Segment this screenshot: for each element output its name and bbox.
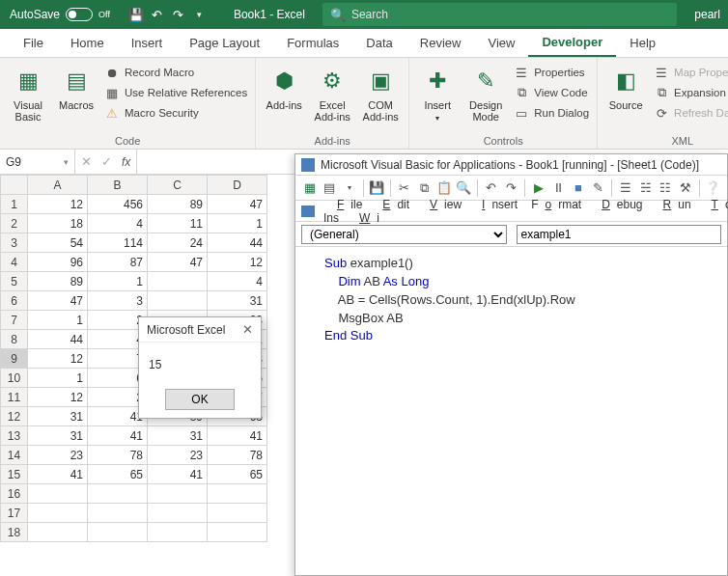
addins-button[interactable]: ⬢Add-ins [262, 62, 306, 111]
account-name[interactable]: pearl [686, 8, 728, 21]
cell[interactable] [88, 484, 148, 504]
cell[interactable]: 78 [88, 446, 148, 465]
cell[interactable]: 44 [28, 330, 88, 349]
cell[interactable]: 41 [28, 465, 88, 484]
autosave-toggle[interactable]: AutoSave Off [0, 8, 120, 21]
vba-menu-view[interactable]: View [416, 196, 468, 213]
cell[interactable] [28, 523, 88, 542]
cell[interactable]: 31 [28, 426, 88, 446]
cell[interactable] [88, 504, 148, 523]
col-header-D[interactable]: D [208, 176, 267, 195]
vba-title-bar[interactable]: Microsoft Visual Basic for Applications … [295, 154, 727, 176]
use-relative-refs-button[interactable]: ▦Use Relative References [102, 84, 249, 101]
cancel-formula-icon[interactable]: ✕ [81, 154, 92, 169]
vba-project-icon[interactable]: ▤ [322, 178, 339, 198]
row-header-2[interactable]: 2 [1, 214, 28, 233]
cell[interactable]: 87 [88, 253, 148, 272]
row-header-6[interactable]: 6 [1, 291, 28, 311]
copy-icon[interactable]: ⧉ [416, 178, 434, 198]
tab-page-layout[interactable]: Page Layout [176, 29, 273, 57]
cell[interactable] [148, 272, 208, 291]
enter-formula-icon[interactable]: ✓ [101, 154, 112, 169]
row-header-15[interactable]: 15 [1, 465, 28, 484]
cell[interactable]: 89 [148, 195, 208, 214]
tab-formulas[interactable]: Formulas [273, 29, 352, 57]
col-header-B[interactable]: B [88, 176, 148, 195]
cell[interactable] [148, 523, 208, 542]
tab-data[interactable]: Data [352, 29, 406, 57]
cell[interactable]: 1 [28, 311, 88, 330]
redo-icon[interactable]: ↷ [170, 6, 187, 23]
row-header-14[interactable]: 14 [1, 446, 28, 465]
visual-basic-button[interactable]: ▦ Visual Basic [6, 62, 50, 123]
find-icon[interactable]: 🔍 [456, 178, 473, 198]
cell[interactable]: 12 [28, 388, 88, 407]
tab-file[interactable]: File [10, 29, 57, 57]
cell[interactable]: 47 [208, 195, 267, 214]
source-button[interactable]: ◧Source [603, 62, 648, 111]
qat-customize-icon[interactable]: ▾ [191, 6, 209, 23]
row-header-13[interactable]: 13 [1, 426, 28, 446]
chevron-down-icon[interactable]: ▾ [341, 178, 358, 198]
row-header-4[interactable]: 4 [1, 253, 28, 272]
cell[interactable]: 114 [88, 233, 148, 253]
cell[interactable]: 4 [208, 272, 267, 291]
cell[interactable]: 65 [208, 465, 267, 484]
cell[interactable] [28, 504, 88, 523]
project-explorer-icon[interactable]: ☰ [617, 178, 634, 198]
col-header-C[interactable]: C [148, 176, 208, 195]
object-browser-icon[interactable]: ☷ [657, 178, 674, 198]
properties-button[interactable]: ☰Properties [512, 64, 591, 81]
help-icon[interactable]: ❔ [704, 178, 721, 198]
undo-icon[interactable]: ↶ [483, 178, 500, 198]
cell[interactable]: 31 [28, 407, 88, 426]
cell[interactable]: 3 [88, 291, 148, 311]
com-addins-button[interactable]: ▣COM Add-ins [358, 62, 403, 123]
tab-insert[interactable]: Insert [118, 29, 177, 57]
cell[interactable] [148, 484, 208, 504]
redo-icon[interactable]: ↷ [503, 178, 520, 198]
row-header-12[interactable]: 12 [1, 407, 28, 426]
cell[interactable]: 1 [28, 369, 88, 388]
cell[interactable]: 456 [88, 195, 148, 214]
cell[interactable] [28, 484, 88, 504]
run-icon[interactable]: ▶ [530, 178, 547, 198]
design-mode-button[interactable]: ✎Design Mode [463, 62, 508, 123]
run-dialog-button[interactable]: ▭Run Dialog [512, 104, 591, 122]
vba-menu-run[interactable]: Run [650, 196, 698, 213]
row-header-3[interactable]: 3 [1, 233, 28, 253]
msgbox-title-bar[interactable]: Microsoft Excel ✕ [139, 317, 261, 343]
name-box[interactable]: G9 ▾ [0, 150, 75, 174]
row-header-5[interactable]: 5 [1, 272, 28, 291]
row-header-7[interactable]: 7 [1, 311, 28, 330]
vba-excel-icon[interactable]: ▦ [301, 178, 319, 198]
row-header-18[interactable]: 18 [1, 523, 28, 542]
row-header-10[interactable]: 10 [1, 369, 28, 388]
properties-icon[interactable]: ☵ [637, 178, 655, 198]
cell[interactable]: 23 [148, 446, 208, 465]
cut-icon[interactable]: ✂ [396, 178, 413, 198]
cell[interactable] [208, 504, 267, 523]
select-all-corner[interactable] [1, 176, 28, 195]
save-icon[interactable]: 💾 [127, 6, 145, 23]
row-header-11[interactable]: 11 [1, 388, 28, 407]
cell[interactable]: 31 [148, 426, 208, 446]
macro-security-button[interactable]: ⚠Macro Security [102, 104, 249, 122]
excel-addins-button[interactable]: ⚙Excel Add-ins [310, 62, 354, 123]
vba-procedure-dropdown[interactable] [517, 225, 722, 244]
cell[interactable]: 31 [208, 291, 267, 311]
cell[interactable]: 12 [28, 349, 88, 369]
cell[interactable]: 78 [208, 446, 267, 465]
cell[interactable]: 11 [148, 214, 208, 233]
cell[interactable]: 1 [208, 214, 267, 233]
reset-icon[interactable]: ■ [570, 178, 587, 198]
vba-menu-tools[interactable]: Tools [698, 196, 728, 213]
vba-object-dropdown[interactable]: (General) [301, 225, 507, 244]
row-header-1[interactable]: 1 [1, 195, 28, 214]
cell[interactable] [208, 523, 267, 542]
cell[interactable]: 47 [148, 253, 208, 272]
row-header-8[interactable]: 8 [1, 330, 28, 349]
vba-menu-format[interactable]: Format [524, 196, 588, 213]
close-icon[interactable]: ✕ [242, 322, 253, 337]
msgbox-ok-button[interactable]: OK [165, 389, 235, 410]
